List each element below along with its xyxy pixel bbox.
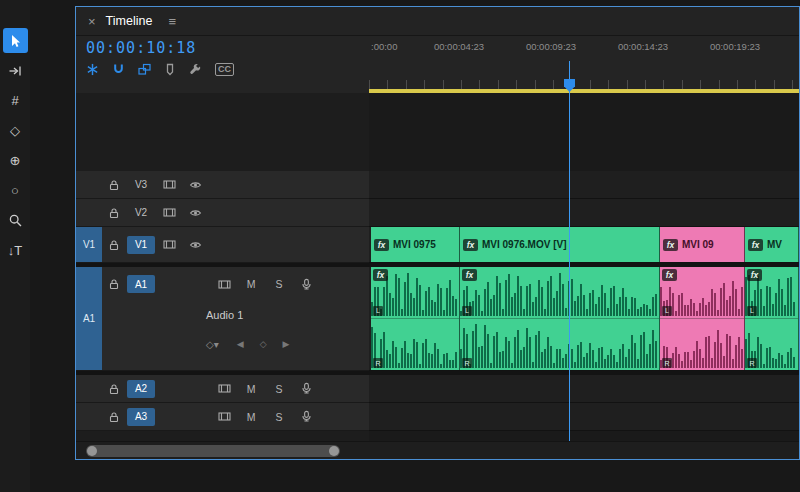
fx-badge-icon[interactable]: fx bbox=[662, 269, 677, 281]
keyframe-pen-icon[interactable]: ◇▾ bbox=[206, 339, 219, 350]
video-clip[interactable]: fx MV bbox=[745, 227, 799, 262]
sync-lock-icon[interactable] bbox=[211, 375, 237, 402]
audio-channel: R bbox=[660, 319, 744, 371]
voiceover-record-mic-icon[interactable] bbox=[293, 278, 319, 291]
source-patch-a2[interactable] bbox=[76, 375, 102, 402]
panel-menu-icon[interactable]: ≡ bbox=[168, 14, 176, 29]
add-keyframe-button[interactable]: ◇ bbox=[260, 339, 267, 349]
mute-button[interactable]: M bbox=[237, 403, 265, 430]
channel-label: L bbox=[662, 306, 672, 316]
snap-icon[interactable] bbox=[112, 63, 125, 76]
fx-badge-icon[interactable]: fx bbox=[747, 269, 762, 281]
track-label-v3[interactable]: V3 bbox=[127, 176, 155, 194]
audio-clip[interactable]: fx L R bbox=[460, 267, 660, 370]
linked-selection-icon[interactable] bbox=[138, 63, 151, 76]
track-label-a1[interactable]: A1 bbox=[127, 275, 155, 293]
track-header-a1: A1 A1 M S bbox=[76, 267, 369, 371]
solo-button[interactable]: S bbox=[265, 403, 293, 430]
scrollbar-handle-left[interactable] bbox=[87, 446, 97, 456]
source-patch-a1[interactable]: A1 bbox=[76, 267, 102, 370]
track-label-v2[interactable]: V2 bbox=[127, 204, 155, 222]
ruler-label: 00:00:19:23 bbox=[710, 41, 760, 52]
pen-icon: ◇ bbox=[10, 123, 20, 138]
scrollbar-handle-right[interactable] bbox=[329, 446, 339, 456]
prev-keyframe-button[interactable]: ◀ bbox=[237, 339, 244, 349]
ripple-edit-tool[interactable]: # bbox=[3, 88, 28, 113]
panel-tab-timeline[interactable]: Timeline bbox=[106, 14, 153, 28]
source-patch-v1[interactable]: V1 bbox=[76, 227, 102, 262]
track-lock-icon[interactable] bbox=[102, 403, 126, 430]
fx-badge-icon[interactable]: fx bbox=[748, 239, 763, 251]
track-lane-a2[interactable] bbox=[369, 375, 799, 403]
video-clip[interactable]: fx MVI 0976.MOV [V] bbox=[460, 227, 660, 262]
track-label-a3[interactable]: A3 bbox=[127, 408, 155, 426]
track-label-v1[interactable]: V1 bbox=[127, 236, 155, 254]
playhead-timecode[interactable]: 00:00:10:18 bbox=[86, 39, 369, 57]
fx-badge-icon[interactable]: fx bbox=[373, 269, 388, 281]
voiceover-record-mic-icon[interactable] bbox=[293, 403, 319, 430]
selection-tool[interactable] bbox=[3, 28, 28, 53]
track-output-eye-icon[interactable] bbox=[182, 199, 208, 226]
audio-clip[interactable]: fx L R bbox=[371, 267, 460, 370]
mute-button[interactable]: M bbox=[237, 375, 265, 402]
next-keyframe-button[interactable]: ▶ bbox=[283, 339, 290, 349]
video-clip[interactable]: fx MVI 09 bbox=[660, 227, 745, 262]
sync-lock-icon[interactable] bbox=[156, 199, 182, 226]
zoom-tool[interactable] bbox=[3, 208, 28, 233]
add-marker-icon[interactable] bbox=[164, 63, 176, 76]
solo-button[interactable]: S bbox=[265, 278, 293, 290]
track-header-v3: V3 bbox=[76, 171, 369, 199]
timeline-settings-wrench-icon[interactable] bbox=[189, 63, 202, 76]
track-lane-v3[interactable] bbox=[369, 171, 799, 199]
sync-lock-icon[interactable] bbox=[156, 171, 182, 198]
track-lock-icon[interactable] bbox=[102, 171, 126, 198]
timeline-controls: 00:00:10:18 bbox=[76, 35, 369, 93]
sync-lock-icon[interactable] bbox=[156, 227, 182, 262]
source-patch-a3[interactable] bbox=[76, 403, 102, 430]
track-lock-icon[interactable] bbox=[102, 227, 126, 262]
ellipse-tool[interactable]: ○ bbox=[3, 178, 28, 203]
fx-badge-icon[interactable]: fx bbox=[463, 239, 478, 251]
track-select-tool[interactable] bbox=[3, 58, 28, 83]
track-lock-icon[interactable] bbox=[102, 199, 126, 226]
sync-lock-icon[interactable] bbox=[211, 403, 237, 430]
track-output-eye-icon[interactable] bbox=[182, 227, 208, 262]
channel-label: R bbox=[747, 358, 757, 368]
source-patch-v2[interactable] bbox=[76, 199, 102, 226]
track-output-eye-icon[interactable] bbox=[182, 171, 208, 198]
track-lane-a1[interactable]: fx L R fx L bbox=[369, 267, 799, 371]
track-lane-v2[interactable] bbox=[369, 199, 799, 227]
video-clip[interactable]: fx MVI 0975 bbox=[371, 227, 460, 262]
sync-lock-icon[interactable] bbox=[211, 279, 237, 290]
panel-header: × Timeline ≡ bbox=[76, 7, 799, 36]
fx-badge-icon[interactable]: fx bbox=[462, 269, 477, 281]
slip-tool[interactable]: ⊕ bbox=[3, 148, 28, 173]
type-tool[interactable]: ↓T bbox=[3, 238, 28, 263]
track-name-audio1[interactable]: Audio 1 bbox=[206, 309, 243, 321]
timeline-panel: × Timeline ≡ 00:00:10:18 bbox=[75, 6, 800, 460]
mute-button[interactable]: M bbox=[237, 278, 265, 290]
clip-name: MVI 09 bbox=[682, 239, 714, 250]
voiceover-record-mic-icon[interactable] bbox=[293, 375, 319, 402]
close-icon[interactable]: × bbox=[88, 14, 96, 29]
track-label-a2[interactable]: A2 bbox=[127, 380, 155, 398]
solo-button[interactable]: S bbox=[265, 375, 293, 402]
time-ruler[interactable]: :00:00 00:00:04:23 00:00:09:23 00:00:14:… bbox=[369, 35, 799, 93]
track-lane-v1[interactable]: fx MVI 0975 fx MVI 0976.MOV [V] fx MVI 0… bbox=[369, 227, 799, 263]
source-patch-v3[interactable] bbox=[76, 171, 102, 198]
nest-toggle-icon[interactable] bbox=[86, 63, 99, 76]
horizontal-scrollbar[interactable] bbox=[76, 441, 799, 459]
ruler-ticks bbox=[369, 80, 799, 89]
fx-badge-icon[interactable]: fx bbox=[663, 239, 678, 251]
fx-badge-icon[interactable]: fx bbox=[374, 239, 389, 251]
track-header-v2: V2 bbox=[76, 199, 369, 227]
track-lane-a3[interactable] bbox=[369, 403, 799, 431]
audio-clip[interactable]: fx L R bbox=[745, 267, 799, 370]
magnifier-icon bbox=[9, 214, 22, 227]
track-lock-icon[interactable] bbox=[102, 375, 126, 402]
audio-clip[interactable]: fx L R bbox=[660, 267, 745, 370]
track-lock-icon[interactable] bbox=[102, 278, 126, 290]
scrollbar-thumb[interactable] bbox=[86, 445, 340, 457]
pen-tool[interactable]: ◇ bbox=[3, 118, 28, 143]
captions-icon[interactable]: CC bbox=[215, 63, 234, 76]
